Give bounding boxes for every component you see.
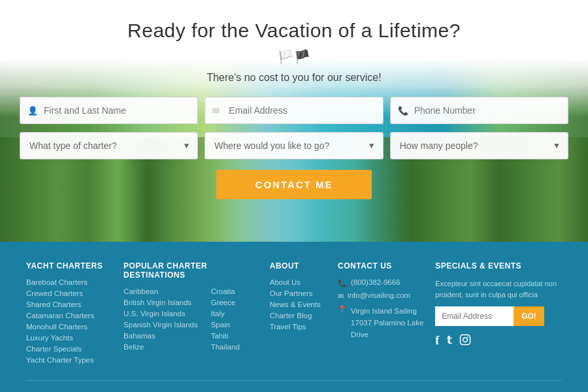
specials-email-wrap: GO! [435, 306, 562, 326]
our-partners[interactable]: Our Partners [270, 289, 338, 297]
location-icon: 📍 [338, 305, 347, 314]
contact-me-button[interactable]: CONTACT ME [216, 170, 372, 199]
footer-link-bareboat[interactable]: Bareboat Charters [26, 278, 123, 286]
footer-specials: SPECIALS & EVENTS Excepteur sint occaeca… [435, 261, 562, 367]
contact-phone-item: 📞 (800)382-9666 [338, 278, 435, 287]
destinations-col2: Croatia Greece Italy Spain Tahiti Thaila… [211, 287, 240, 354]
email-icon: ✉ [338, 292, 344, 301]
footer-yacht-charters: YACHT CHARTERS Bareboat Charters Crewed … [26, 261, 123, 367]
form-row-2: What type of charter? Bareboat Charter C… [20, 132, 568, 159]
dest-thailand[interactable]: Thailand [211, 343, 240, 351]
svg-point-1 [463, 338, 468, 342]
specials-desc: Excepteur sint occaecat cupidatat non pr… [435, 278, 562, 300]
contact-address-item: 📍 Virgin Island Sailing 17037 Palamino L… [338, 304, 435, 340]
cta-wrap: CONTACT ME [20, 170, 568, 212]
footer: YACHT CHARTERS Bareboat Charters Crewed … [0, 242, 588, 392]
footer-link-specials[interactable]: Charter Specials [26, 345, 123, 353]
dest-caribbean[interactable]: Caribbean [123, 287, 198, 295]
destinations-col1: Caribbean British Virgin Islands U.S. Vi… [123, 287, 198, 354]
hero-form: 👤 ✉ 📞 What type of charter? Bareboat Cha… [20, 97, 568, 212]
hero-title: Ready for the Vacation of a Lifetime? [127, 20, 461, 42]
contact-email: info@visailing.com [348, 291, 410, 299]
news-events[interactable]: News & Events [270, 301, 338, 308]
email-input-wrap: ✉ [204, 97, 383, 124]
yacht-charters-title: YACHT CHARTERS [26, 261, 123, 270]
footer-link-shared[interactable]: Shared Charters [26, 301, 123, 308]
dest-bahamas[interactable]: Bahamas [123, 332, 198, 340]
address-line3: Drive [351, 331, 368, 338]
people-select[interactable]: How many people? 2 4 6 8 10+ [390, 132, 568, 159]
travel-tips[interactable]: Travel Tips [270, 323, 338, 331]
footer-link-monohull[interactable]: Monohull Charters [26, 323, 123, 331]
svg-point-2 [467, 336, 468, 338]
contact-phone: (800)382-9666 [351, 278, 400, 286]
facebook-icon[interactable]: f [435, 334, 439, 348]
specials-go-button[interactable]: GO! [514, 306, 544, 326]
footer-link-crewed[interactable]: Crewed Charters [26, 289, 123, 297]
contact-email-item: ✉ info@visailing.com [338, 291, 435, 301]
hero-divider: 🏳️🏴 [278, 48, 310, 65]
destination-select-wrap: Where would you like to go? Caribbean Gr… [204, 132, 383, 159]
people-select-wrap: How many people? 2 4 6 8 10+ ▼ [390, 132, 568, 159]
footer-contact: CONTACT US 📞 (800)382-9666 ✉ info@visail… [338, 261, 435, 367]
hero-subtitle: There's no cost to you for our service! [206, 72, 381, 84]
specials-title: SPECIALS & EVENTS [435, 261, 562, 270]
dest-greece[interactable]: Greece [211, 299, 240, 306]
footer-destinations: POPULAR CHARTER DESTINATIONS Caribbean B… [123, 261, 270, 367]
address-line2: 17037 Palamino Lake [351, 319, 423, 327]
dest-tahiti[interactable]: Tahiti [211, 332, 240, 340]
charter-blog[interactable]: Charter Blog [270, 312, 338, 319]
footer-bottom: ©2018 Virgin Islands Sailing. All rights… [26, 380, 562, 392]
svg-rect-0 [461, 335, 470, 345]
footer-grid: YACHT CHARTERS Bareboat Charters Crewed … [26, 261, 562, 367]
form-row-1: 👤 ✉ 📞 [20, 97, 568, 124]
contact-title: CONTACT US [338, 261, 435, 270]
specials-email-input[interactable] [435, 306, 514, 326]
destinations-cols: Caribbean British Virgin Islands U.S. Vi… [123, 287, 270, 354]
instagram-icon[interactable] [459, 334, 471, 348]
email-icon: ✉ [212, 106, 220, 116]
destination-select[interactable]: Where would you like to go? Caribbean Gr… [204, 132, 383, 159]
address-line1: Virgin Island Sailing [351, 307, 417, 315]
dest-usvi[interactable]: U.S. Virgin Islands [123, 310, 198, 318]
contact-address: Virgin Island Sailing 17037 Palamino Lak… [351, 304, 423, 340]
person-icon: 👤 [27, 106, 38, 116]
footer-link-charter-types[interactable]: Yacht Charter Types [26, 356, 123, 364]
charter-select[interactable]: What type of charter? Bareboat Charter C… [20, 132, 198, 159]
footer-link-luxury[interactable]: Luxury Yachts [26, 334, 123, 342]
email-input[interactable] [204, 97, 383, 124]
dest-svi[interactable]: Spanish Virgin Islands [123, 321, 198, 329]
twitter-icon[interactable]: 𝕥 [447, 334, 451, 348]
footer-link-catamaran[interactable]: Catamaran Charters [26, 312, 123, 319]
dest-spain[interactable]: Spain [211, 321, 240, 329]
social-icons: f 𝕥 [435, 334, 562, 348]
dest-bvi[interactable]: British Virgin Islands [123, 299, 198, 306]
about-title: ABOUT [270, 261, 338, 270]
name-input[interactable] [20, 97, 198, 124]
phone-icon: 📞 [398, 106, 408, 116]
dest-belize[interactable]: Belize [123, 343, 198, 351]
name-input-wrap: 👤 [20, 97, 198, 124]
dest-croatia[interactable]: Croatia [211, 287, 240, 295]
destinations-title: POPULAR CHARTER DESTINATIONS [123, 261, 270, 280]
hero-section: Ready for the Vacation of a Lifetime? 🏳️… [0, 0, 588, 242]
dest-italy[interactable]: Italy [211, 310, 240, 318]
phone-input[interactable] [390, 97, 568, 124]
about-us[interactable]: About Us [270, 278, 338, 286]
phone-input-wrap: 📞 [390, 97, 568, 124]
phone-icon: 📞 [338, 279, 347, 287]
footer-about: ABOUT About Us Our Partners News & Event… [270, 261, 338, 367]
charter-select-wrap: What type of charter? Bareboat Charter C… [20, 132, 198, 159]
